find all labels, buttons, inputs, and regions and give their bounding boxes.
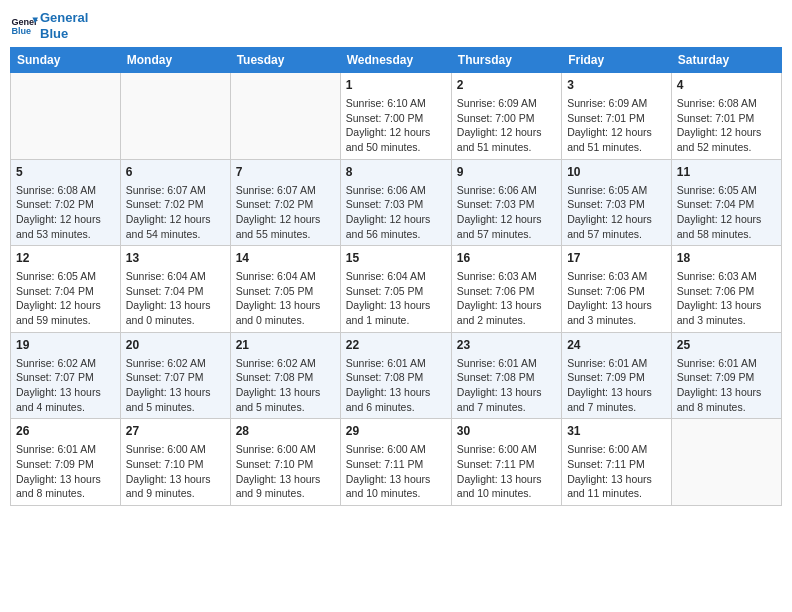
day-number: 1 [346, 77, 446, 94]
day-info: Sunrise: 6:04 AM Sunset: 7:05 PM Dayligh… [346, 269, 446, 328]
day-number: 20 [126, 337, 225, 354]
day-number: 26 [16, 423, 115, 440]
weekday-header-saturday: Saturday [671, 48, 781, 73]
calendar-cell: 10Sunrise: 6:05 AM Sunset: 7:03 PM Dayli… [562, 159, 672, 246]
weekday-header-wednesday: Wednesday [340, 48, 451, 73]
day-number: 16 [457, 250, 556, 267]
logo: General Blue GeneralBlue [10, 10, 88, 41]
day-number: 6 [126, 164, 225, 181]
calendar-cell: 9Sunrise: 6:06 AM Sunset: 7:03 PM Daylig… [451, 159, 561, 246]
day-number: 9 [457, 164, 556, 181]
day-number: 30 [457, 423, 556, 440]
calendar-cell: 19Sunrise: 6:02 AM Sunset: 7:07 PM Dayli… [11, 332, 121, 419]
calendar-cell [671, 419, 781, 506]
day-info: Sunrise: 6:00 AM Sunset: 7:10 PM Dayligh… [126, 442, 225, 501]
day-info: Sunrise: 6:04 AM Sunset: 7:04 PM Dayligh… [126, 269, 225, 328]
calendar-cell: 18Sunrise: 6:03 AM Sunset: 7:06 PM Dayli… [671, 246, 781, 333]
day-info: Sunrise: 6:10 AM Sunset: 7:00 PM Dayligh… [346, 96, 446, 155]
calendar-cell [11, 73, 121, 160]
calendar-cell: 4Sunrise: 6:08 AM Sunset: 7:01 PM Daylig… [671, 73, 781, 160]
day-info: Sunrise: 6:02 AM Sunset: 7:07 PM Dayligh… [16, 356, 115, 415]
calendar-cell: 26Sunrise: 6:01 AM Sunset: 7:09 PM Dayli… [11, 419, 121, 506]
day-info: Sunrise: 6:08 AM Sunset: 7:02 PM Dayligh… [16, 183, 115, 242]
day-number: 11 [677, 164, 776, 181]
day-number: 13 [126, 250, 225, 267]
day-info: Sunrise: 6:06 AM Sunset: 7:03 PM Dayligh… [346, 183, 446, 242]
calendar-cell: 12Sunrise: 6:05 AM Sunset: 7:04 PM Dayli… [11, 246, 121, 333]
day-info: Sunrise: 6:01 AM Sunset: 7:09 PM Dayligh… [16, 442, 115, 501]
calendar-cell [230, 73, 340, 160]
day-number: 31 [567, 423, 666, 440]
calendar-cell: 6Sunrise: 6:07 AM Sunset: 7:02 PM Daylig… [120, 159, 230, 246]
calendar-cell: 1Sunrise: 6:10 AM Sunset: 7:00 PM Daylig… [340, 73, 451, 160]
weekday-header-thursday: Thursday [451, 48, 561, 73]
weekday-header-sunday: Sunday [11, 48, 121, 73]
day-number: 12 [16, 250, 115, 267]
calendar-cell: 5Sunrise: 6:08 AM Sunset: 7:02 PM Daylig… [11, 159, 121, 246]
day-info: Sunrise: 6:04 AM Sunset: 7:05 PM Dayligh… [236, 269, 335, 328]
day-info: Sunrise: 6:00 AM Sunset: 7:11 PM Dayligh… [457, 442, 556, 501]
day-info: Sunrise: 6:01 AM Sunset: 7:09 PM Dayligh… [567, 356, 666, 415]
calendar-cell: 25Sunrise: 6:01 AM Sunset: 7:09 PM Dayli… [671, 332, 781, 419]
day-number: 22 [346, 337, 446, 354]
day-number: 18 [677, 250, 776, 267]
calendar-cell: 14Sunrise: 6:04 AM Sunset: 7:05 PM Dayli… [230, 246, 340, 333]
calendar-cell: 24Sunrise: 6:01 AM Sunset: 7:09 PM Dayli… [562, 332, 672, 419]
calendar-week-row: 19Sunrise: 6:02 AM Sunset: 7:07 PM Dayli… [11, 332, 782, 419]
day-number: 21 [236, 337, 335, 354]
day-number: 14 [236, 250, 335, 267]
day-info: Sunrise: 6:01 AM Sunset: 7:08 PM Dayligh… [346, 356, 446, 415]
day-info: Sunrise: 6:06 AM Sunset: 7:03 PM Dayligh… [457, 183, 556, 242]
calendar-week-row: 1Sunrise: 6:10 AM Sunset: 7:00 PM Daylig… [11, 73, 782, 160]
day-number: 8 [346, 164, 446, 181]
day-number: 25 [677, 337, 776, 354]
calendar-cell: 2Sunrise: 6:09 AM Sunset: 7:00 PM Daylig… [451, 73, 561, 160]
calendar-week-row: 5Sunrise: 6:08 AM Sunset: 7:02 PM Daylig… [11, 159, 782, 246]
calendar-week-row: 26Sunrise: 6:01 AM Sunset: 7:09 PM Dayli… [11, 419, 782, 506]
page-header: General Blue GeneralBlue [10, 10, 782, 41]
day-info: Sunrise: 6:00 AM Sunset: 7:11 PM Dayligh… [567, 442, 666, 501]
day-info: Sunrise: 6:05 AM Sunset: 7:04 PM Dayligh… [16, 269, 115, 328]
calendar-cell: 23Sunrise: 6:01 AM Sunset: 7:08 PM Dayli… [451, 332, 561, 419]
day-info: Sunrise: 6:08 AM Sunset: 7:01 PM Dayligh… [677, 96, 776, 155]
calendar-cell: 17Sunrise: 6:03 AM Sunset: 7:06 PM Dayli… [562, 246, 672, 333]
calendar-cell: 21Sunrise: 6:02 AM Sunset: 7:08 PM Dayli… [230, 332, 340, 419]
weekday-header-friday: Friday [562, 48, 672, 73]
calendar-cell: 27Sunrise: 6:00 AM Sunset: 7:10 PM Dayli… [120, 419, 230, 506]
weekday-header-tuesday: Tuesday [230, 48, 340, 73]
weekday-header-monday: Monday [120, 48, 230, 73]
day-info: Sunrise: 6:00 AM Sunset: 7:11 PM Dayligh… [346, 442, 446, 501]
day-number: 10 [567, 164, 666, 181]
calendar-cell: 8Sunrise: 6:06 AM Sunset: 7:03 PM Daylig… [340, 159, 451, 246]
day-number: 19 [16, 337, 115, 354]
day-info: Sunrise: 6:05 AM Sunset: 7:04 PM Dayligh… [677, 183, 776, 242]
svg-text:Blue: Blue [11, 25, 31, 35]
day-number: 24 [567, 337, 666, 354]
calendar-cell: 29Sunrise: 6:00 AM Sunset: 7:11 PM Dayli… [340, 419, 451, 506]
day-number: 29 [346, 423, 446, 440]
day-info: Sunrise: 6:07 AM Sunset: 7:02 PM Dayligh… [236, 183, 335, 242]
calendar-cell: 16Sunrise: 6:03 AM Sunset: 7:06 PM Dayli… [451, 246, 561, 333]
day-number: 28 [236, 423, 335, 440]
weekday-header-row: SundayMondayTuesdayWednesdayThursdayFrid… [11, 48, 782, 73]
calendar-cell: 20Sunrise: 6:02 AM Sunset: 7:07 PM Dayli… [120, 332, 230, 419]
calendar-cell [120, 73, 230, 160]
day-number: 17 [567, 250, 666, 267]
day-info: Sunrise: 6:09 AM Sunset: 7:01 PM Dayligh… [567, 96, 666, 155]
day-info: Sunrise: 6:05 AM Sunset: 7:03 PM Dayligh… [567, 183, 666, 242]
day-number: 4 [677, 77, 776, 94]
day-info: Sunrise: 6:01 AM Sunset: 7:09 PM Dayligh… [677, 356, 776, 415]
day-info: Sunrise: 6:07 AM Sunset: 7:02 PM Dayligh… [126, 183, 225, 242]
calendar-cell: 11Sunrise: 6:05 AM Sunset: 7:04 PM Dayli… [671, 159, 781, 246]
day-info: Sunrise: 6:02 AM Sunset: 7:07 PM Dayligh… [126, 356, 225, 415]
calendar-cell: 7Sunrise: 6:07 AM Sunset: 7:02 PM Daylig… [230, 159, 340, 246]
day-number: 5 [16, 164, 115, 181]
day-info: Sunrise: 6:03 AM Sunset: 7:06 PM Dayligh… [677, 269, 776, 328]
day-number: 15 [346, 250, 446, 267]
day-info: Sunrise: 6:01 AM Sunset: 7:08 PM Dayligh… [457, 356, 556, 415]
calendar-cell: 22Sunrise: 6:01 AM Sunset: 7:08 PM Dayli… [340, 332, 451, 419]
day-info: Sunrise: 6:03 AM Sunset: 7:06 PM Dayligh… [567, 269, 666, 328]
calendar-cell: 15Sunrise: 6:04 AM Sunset: 7:05 PM Dayli… [340, 246, 451, 333]
calendar-cell: 31Sunrise: 6:00 AM Sunset: 7:11 PM Dayli… [562, 419, 672, 506]
calendar-table: SundayMondayTuesdayWednesdayThursdayFrid… [10, 47, 782, 506]
